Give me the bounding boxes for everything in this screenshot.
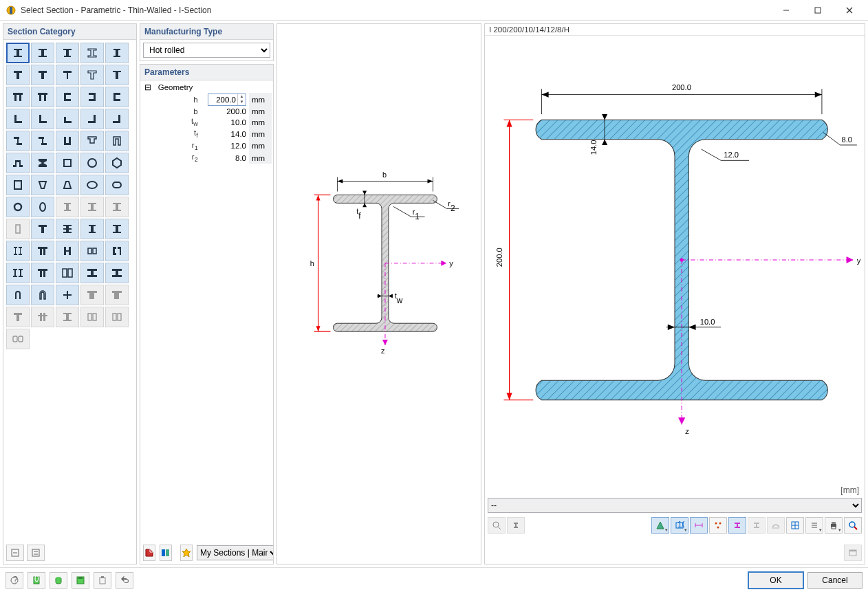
cat-t-1[interactable]	[6, 65, 30, 85]
cat-u-2[interactable]	[80, 131, 104, 151]
cat-comp-4[interactable]	[80, 241, 104, 261]
cat-tool-list[interactable]	[27, 545, 45, 561]
spin-up-icon[interactable]: ▲	[237, 94, 246, 100]
cat-i-variant-3[interactable]	[56, 43, 79, 63]
cat-l-5[interactable]	[105, 109, 129, 129]
cat-trap-2[interactable]	[56, 175, 79, 195]
foot-help-icon[interactable]: ?	[6, 572, 23, 589]
param-value-r1[interactable]: 12.0	[201, 140, 249, 152]
cat-hex-1[interactable]	[105, 153, 129, 173]
tool-grid[interactable]	[786, 517, 804, 534]
cat-i-cross[interactable]	[56, 219, 79, 239]
cat-dis-tt-1[interactable]	[80, 285, 104, 305]
foot-clip-icon[interactable]	[94, 572, 111, 589]
param-value-r2[interactable]: 8.0	[201, 152, 249, 164]
cat-box-1[interactable]	[56, 153, 79, 173]
cat-c-3[interactable]	[105, 87, 129, 107]
param-value-tf[interactable]: 14.0	[201, 128, 249, 140]
minimize-button[interactable]	[770, 0, 802, 21]
cat-t-2[interactable]	[31, 65, 54, 85]
cat-ellipse-2[interactable]	[31, 197, 54, 217]
cat-cross-1[interactable]	[56, 285, 79, 305]
cat-comp-10[interactable]	[105, 263, 129, 283]
cat-trap-1[interactable]	[31, 175, 54, 195]
import-button[interactable]	[143, 545, 155, 561]
param-value-b[interactable]: 200.0	[201, 107, 249, 116]
cat-dis-3[interactable]	[105, 197, 129, 217]
tool-axes[interactable]	[728, 517, 746, 534]
cat-omega-1[interactable]	[6, 153, 30, 173]
cat-dis-tt-2[interactable]	[105, 285, 129, 305]
cat-arch-2[interactable]	[31, 285, 54, 305]
tool-stress-points[interactable]	[709, 517, 727, 534]
tool-print[interactable]: ▾	[825, 517, 843, 534]
cat-l-2[interactable]	[31, 109, 54, 129]
cat-dis-10[interactable]	[6, 329, 30, 349]
cat-t-3[interactable]	[56, 65, 79, 85]
cat-rect-solid[interactable]	[6, 175, 30, 195]
cat-i-tapered[interactable]	[105, 219, 129, 239]
cat-i-symmetric[interactable]	[6, 43, 30, 63]
cat-pi-1[interactable]	[6, 87, 30, 107]
cat-ellipse-1[interactable]	[80, 175, 104, 195]
cat-dis-6[interactable]	[31, 307, 54, 327]
ok-button[interactable]: OK	[748, 572, 803, 589]
cat-l-3[interactable]	[56, 109, 79, 129]
cat-dis-7[interactable]	[56, 307, 79, 327]
cat-i-thin[interactable]	[80, 219, 104, 239]
cat-dis-1[interactable]	[56, 197, 79, 217]
tool-window[interactable]	[844, 545, 862, 561]
param-value-tw[interactable]: 10.0	[201, 116, 249, 128]
cat-arch-1[interactable]	[6, 285, 30, 305]
tool-find[interactable]	[844, 517, 862, 534]
manufacturing-select[interactable]: Hot rolled	[143, 43, 270, 58]
cat-c-2[interactable]	[80, 87, 104, 107]
tool-warp[interactable]	[767, 517, 785, 534]
cat-u-3[interactable]	[105, 131, 129, 151]
cat-tool-collapse[interactable]	[6, 545, 24, 561]
tool-zoom[interactable]	[488, 517, 506, 534]
spin-down-icon[interactable]: ▼	[237, 100, 246, 105]
cat-pi-2[interactable]	[31, 87, 54, 107]
foot-undo-icon[interactable]	[116, 572, 133, 589]
cat-ring-1[interactable]	[80, 153, 104, 173]
cat-dis-5[interactable]	[6, 307, 30, 327]
cat-comp-8[interactable]	[56, 263, 79, 283]
cat-t-solid[interactable]	[31, 219, 54, 239]
cat-comp-2[interactable]	[31, 241, 54, 261]
cat-t-5[interactable]	[105, 65, 129, 85]
cat-comp-6[interactable]	[6, 263, 30, 283]
cat-dis-9[interactable]	[105, 307, 129, 327]
tool-shear[interactable]	[748, 517, 766, 534]
cat-t-4[interactable]	[80, 65, 104, 85]
cat-sigma-1[interactable]	[31, 153, 54, 173]
foot-save-icon[interactable]	[72, 572, 89, 589]
cat-dis-2[interactable]	[80, 197, 104, 217]
cat-u-1[interactable]	[56, 131, 79, 151]
cat-comp-3[interactable]	[56, 241, 79, 261]
foot-db-icon[interactable]	[50, 572, 67, 589]
cat-l-4[interactable]	[80, 109, 104, 129]
library-select[interactable]: My Sections | Main	[197, 545, 274, 560]
maximize-button[interactable]	[802, 0, 834, 21]
cat-i-variant-2[interactable]	[31, 43, 54, 63]
tool-dims[interactable]	[690, 517, 708, 534]
stress-point-select[interactable]: --	[488, 498, 862, 513]
favorite-button[interactable]	[180, 545, 193, 561]
cat-z-2[interactable]	[31, 131, 54, 151]
cat-l-1[interactable]	[6, 109, 30, 129]
cat-dis-8[interactable]	[80, 307, 104, 327]
cat-z-1[interactable]	[6, 131, 30, 151]
library-button[interactable]	[160, 545, 172, 561]
tool-list[interactable]: ▾	[805, 517, 823, 534]
foot-calc-icon[interactable]: 0,00	[28, 572, 45, 589]
cancel-button[interactable]: Cancel	[807, 572, 862, 589]
cat-comp-5[interactable]	[105, 241, 129, 261]
cat-i-variant-4[interactable]	[80, 43, 104, 63]
cat-comp-1[interactable]	[6, 241, 30, 261]
tool-section[interactable]	[507, 517, 525, 534]
cat-i-variant-5[interactable]	[105, 43, 129, 63]
cat-oval-1[interactable]	[105, 175, 129, 195]
close-button[interactable]	[834, 0, 865, 21]
cat-comp-7[interactable]	[31, 263, 54, 283]
